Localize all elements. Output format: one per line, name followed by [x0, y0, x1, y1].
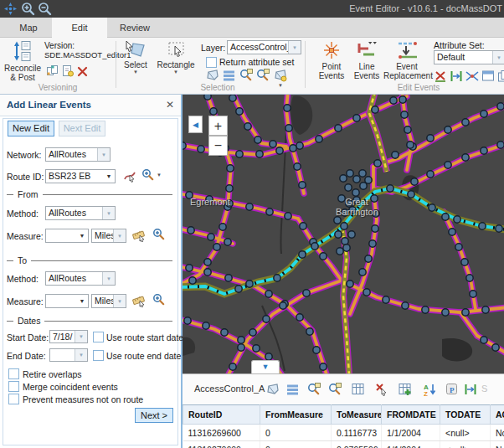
close-icon[interactable]: ✕: [166, 99, 174, 111]
to-units-dropdown[interactable]: Miles ▼: [91, 294, 126, 308]
table-select-polygon-icon[interactable]: [266, 383, 280, 396]
cell-routeid[interactable]: 11316269600: [183, 425, 260, 441]
map-zoom-out-button[interactable]: −: [208, 136, 228, 156]
prevent-measures-checkbox[interactable]: [8, 394, 19, 404]
cell-access[interactable]: No: [491, 441, 504, 448]
table-show-selected-icon[interactable]: [286, 383, 300, 396]
cell-routeid[interactable]: 11316270600: [183, 441, 260, 448]
select-by-polygon-icon[interactable]: [206, 69, 219, 82]
cell-fromdate[interactable]: 1/1/2004: [382, 425, 440, 441]
to-method-arrow-icon[interactable]: ▼: [102, 272, 115, 285]
end-date-arrow-icon[interactable]: ▼: [75, 349, 87, 361]
cell-frommeasure[interactable]: 0: [260, 441, 332, 448]
from-measure-arrow-icon[interactable]: ▼: [76, 229, 88, 242]
table-clear-selection-icon[interactable]: [375, 383, 388, 396]
to-units-arrow-icon[interactable]: ▼: [113, 295, 126, 307]
table-sort-icon[interactable]: [424, 383, 437, 396]
merge-events-icon[interactable]: [465, 70, 479, 83]
table-field-calculator-icon[interactable]: [352, 383, 365, 396]
end-date-picker[interactable]: ▼: [49, 348, 88, 362]
to-measure-combo[interactable]: ▼: [45, 294, 89, 308]
network-dropdown[interactable]: AllRoutes ▼: [45, 147, 111, 162]
select-route-on-map-icon[interactable]: [123, 169, 136, 183]
map-zoom-in-button[interactable]: +: [208, 116, 228, 136]
layer-dropdown-arrow-icon[interactable]: ▼: [288, 41, 301, 54]
delete-version-icon[interactable]: [76, 65, 89, 78]
col-routeid[interactable]: RouteID: [183, 405, 260, 425]
cell-todate[interactable]: <null>: [440, 425, 491, 441]
zoom-to-route-icon[interactable]: [141, 168, 155, 182]
point-events-button[interactable]: Point Events: [314, 39, 349, 80]
use-route-start-checkbox[interactable]: [93, 332, 104, 342]
attribute-set-arrow-icon[interactable]: ▼: [492, 51, 504, 64]
tab-map[interactable]: Map: [7, 18, 50, 38]
pan-to-selection-icon[interactable]: [256, 69, 270, 82]
layer-dropdown[interactable]: AccessControl_A ▼: [227, 40, 301, 54]
retire-overlaps-checkbox[interactable]: [8, 368, 19, 379]
table-identify-icon[interactable]: [445, 383, 459, 396]
attribute-window-icon[interactable]: [481, 70, 495, 83]
clear-selection-icon[interactable]: [274, 69, 287, 82]
network-arrow-icon[interactable]: ▼: [97, 148, 110, 161]
zoom-in-icon[interactable]: [21, 2, 35, 16]
collapse-table-button[interactable]: ▼: [251, 360, 280, 373]
zoom-to-route-caret[interactable]: ▼: [157, 173, 162, 178]
to-method-dropdown[interactable]: AllRoutes ▼: [45, 271, 116, 286]
route-id-combo[interactable]: BSR23 EB ▼: [45, 169, 116, 183]
to-measure-on-map-icon[interactable]: [132, 294, 146, 307]
to-measure-arrow-icon[interactable]: ▼: [76, 295, 88, 307]
col-tomeasure[interactable]: ToMeasure: [332, 405, 382, 425]
from-measure-on-map-icon[interactable]: [132, 229, 146, 242]
use-route-end-checkbox[interactable]: [93, 350, 104, 361]
event-replacement-button[interactable]: Event Replacement: [383, 39, 430, 80]
pan-icon[interactable]: [3, 2, 18, 16]
route-id-arrow-icon[interactable]: ▼: [103, 170, 115, 183]
col-frommeasure[interactable]: FromMeasure: [260, 405, 332, 425]
table-row[interactable]: 11316270600 0 0.0795596 1/1/2004 <null> …: [183, 441, 504, 448]
map-canvas[interactable]: [183, 95, 504, 373]
from-method-arrow-icon[interactable]: ▼: [102, 207, 115, 219]
collapse-panel-button[interactable]: ◀: [188, 116, 203, 133]
reconcile-post-button[interactable]: Reconcile & Post: [2, 39, 44, 82]
split-event-icon[interactable]: [434, 70, 447, 83]
cell-tomeasure[interactable]: 0.1116773: [332, 425, 382, 441]
select-button[interactable]: Select ▼: [119, 39, 152, 75]
table-add-record-icon[interactable]: [399, 383, 412, 396]
from-method-dropdown[interactable]: AllRoutes ▼: [45, 206, 116, 220]
new-edit-button[interactable]: New Edit: [8, 121, 54, 136]
tab-review[interactable]: Review: [109, 18, 161, 38]
rectangle-button[interactable]: Rectangle ▼: [156, 39, 196, 75]
from-units-dropdown[interactable]: Miles ▼: [91, 229, 126, 243]
to-zoom-icon[interactable]: [152, 293, 166, 306]
next-edit-button[interactable]: Next Edit: [59, 121, 105, 136]
col-fromdate[interactable]: FROMDATE: [382, 405, 440, 425]
attribute-set-dropdown[interactable]: Default ▼: [434, 50, 504, 64]
tab-edit[interactable]: Edit: [52, 18, 107, 38]
col-access[interactable]: ACC: [491, 405, 504, 425]
table-pan-selected-icon[interactable]: [328, 383, 342, 396]
merge-coincident-checkbox[interactable]: [8, 381, 19, 392]
selection-list-icon[interactable]: [223, 69, 236, 82]
measure-range-icon[interactable]: [450, 70, 463, 83]
cell-access[interactable]: No: [491, 425, 504, 441]
line-events-button[interactable]: Line Events: [350, 39, 383, 80]
table-measure-range-icon[interactable]: [464, 383, 477, 396]
cell-todate[interactable]: <null>: [440, 441, 491, 448]
cell-tomeasure[interactable]: 0.0795596: [332, 441, 382, 448]
zoom-out-icon[interactable]: [38, 2, 52, 16]
new-version-icon[interactable]: [61, 64, 75, 78]
from-units-arrow-icon[interactable]: ▼: [113, 229, 126, 242]
table-zoom-selected-icon[interactable]: [307, 383, 321, 396]
from-measure-combo[interactable]: ▼: [45, 229, 89, 243]
conflicts-icon[interactable]: [46, 64, 59, 78]
cell-fromdate[interactable]: 1/1/2004: [382, 441, 440, 448]
cell-frommeasure[interactable]: 0: [260, 425, 332, 441]
from-zoom-icon[interactable]: [152, 228, 166, 241]
copy-attributes-icon[interactable]: [497, 70, 504, 83]
next-button[interactable]: Next >: [135, 408, 173, 423]
start-date-picker[interactable]: 7/18/ ▼: [49, 330, 88, 343]
map-viewport[interactable]: Egremont GreatBarrington ◀ + − ▼: [183, 95, 504, 373]
zoom-to-selection-icon[interactable]: [239, 69, 253, 82]
table-save-button[interactable]: S: [481, 384, 487, 394]
col-todate[interactable]: TODATE: [440, 405, 491, 425]
